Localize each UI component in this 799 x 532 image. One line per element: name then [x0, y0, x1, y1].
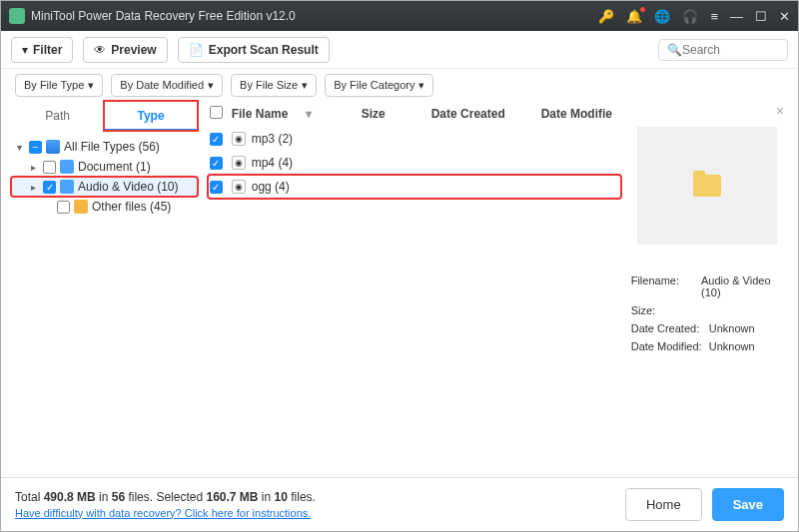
meta-val: Unknown [709, 340, 755, 352]
home-button[interactable]: Home [625, 488, 702, 521]
file-name: mp4 (4) [252, 156, 293, 170]
list-item[interactable]: ✓ ◉ogg (4) [208, 175, 621, 199]
col-size[interactable]: Size [362, 107, 431, 121]
save-button[interactable]: Save [712, 488, 784, 521]
globe-icon[interactable]: 🌐 [654, 9, 670, 24]
file-list: File Name▾ Size Date Created Date Modifi… [198, 101, 621, 471]
column-headers: File Name▾ Size Date Created Date Modifi… [208, 101, 621, 127]
meta-val: Audio & Video (10) [701, 274, 784, 298]
toolbar: ▾Filter 👁Preview 📄Export Scan Result 🔍 [1, 31, 798, 69]
headset-icon[interactable]: 🎧 [682, 9, 698, 24]
app-window: MiniTool Power Data Recovery Free Editio… [0, 0, 799, 532]
window-title: MiniTool Power Data Recovery Free Editio… [31, 9, 598, 23]
tab-path[interactable]: Path [11, 101, 104, 131]
tree-label: Other files (45) [92, 200, 171, 214]
close-panel-icon[interactable]: × [776, 103, 784, 119]
filter-button[interactable]: ▾Filter [11, 37, 73, 63]
meta-key: Filename: [631, 274, 701, 298]
eye-icon: 👁 [94, 43, 106, 57]
col-modified[interactable]: Date Modifie [541, 107, 621, 121]
folder-icon [693, 175, 721, 197]
tree-document[interactable]: ▸ Document (1) [11, 157, 198, 177]
thumbnail [637, 127, 777, 245]
document-icon [60, 160, 74, 174]
tree-audio-video[interactable]: ▸ ✓ Audio & Video (10) [11, 177, 198, 197]
left-panel: Path Type ▾ − All File Types (56) ▸ Docu… [11, 101, 198, 471]
help-link[interactable]: Have difficulty with data recovery? Clic… [15, 507, 311, 519]
file-name: mp3 (2) [252, 132, 293, 146]
list-item[interactable]: ✓ ◉mp3 (2) [208, 127, 621, 151]
tree-other[interactable]: Other files (45) [11, 197, 198, 217]
files-icon [74, 200, 88, 214]
filter-size[interactable]: By File Size▾ [231, 74, 317, 97]
metadata: Filename:Audio & Video (10) Size: Date C… [631, 274, 784, 352]
meta-key: Date Created: [631, 322, 709, 334]
meta-key: Date Modified: [631, 340, 709, 352]
sort-icon[interactable]: ▾ [306, 107, 312, 121]
search-box[interactable]: 🔍 [658, 39, 788, 61]
filetype-icon: ◉ [232, 132, 246, 146]
tree-label: All File Types (56) [64, 140, 160, 154]
bottom-buttons: Home Save [625, 488, 784, 521]
checkbox[interactable] [57, 201, 70, 214]
tree-all[interactable]: ▾ − All File Types (56) [11, 137, 198, 157]
list-item[interactable]: ✓ ◉mp4 (4) [208, 151, 621, 175]
col-filename[interactable]: File Name [232, 107, 289, 121]
app-logo-icon [9, 8, 25, 24]
stats: Total 490.8 MB in 56 files. Selected 160… [15, 489, 316, 521]
checkbox[interactable] [43, 161, 56, 174]
minimize-icon[interactable]: — [730, 9, 743, 24]
meta-key: Size: [631, 304, 709, 316]
search-input[interactable] [682, 43, 772, 57]
col-created[interactable]: Date Created [431, 107, 541, 121]
select-all-checkbox[interactable] [210, 106, 223, 119]
tabs: Path Type [11, 101, 198, 131]
filetype-icon: ◉ [232, 180, 246, 194]
filter-bar: By File Type▾ By Date Modified▾ By File … [1, 69, 798, 101]
checkbox[interactable]: ✓ [210, 133, 223, 146]
bell-icon[interactable]: 🔔 [626, 9, 642, 24]
titlebar: MiniTool Power Data Recovery Free Editio… [1, 1, 798, 31]
menu-icon[interactable]: ≡ [710, 9, 718, 24]
key-icon[interactable]: 🔑 [598, 9, 614, 24]
checkbox[interactable]: ✓ [210, 157, 223, 170]
filetype-icon: ◉ [232, 156, 246, 170]
filter-type[interactable]: By File Type▾ [15, 74, 103, 97]
chevron-down-icon: ▾ [418, 79, 424, 92]
tree-label: Document (1) [78, 160, 151, 174]
maximize-icon[interactable]: ☐ [755, 9, 767, 24]
close-icon[interactable]: ✕ [779, 9, 790, 24]
chevron-right-icon: ▸ [27, 182, 39, 193]
monitor-icon [46, 140, 60, 154]
media-icon [60, 180, 74, 194]
file-name: ogg (4) [252, 180, 290, 194]
export-icon: 📄 [189, 43, 204, 57]
tree: ▾ − All File Types (56) ▸ Document (1) ▸… [11, 131, 198, 217]
filter-icon: ▾ [22, 43, 28, 57]
filter-category[interactable]: By File Category▾ [325, 74, 433, 97]
bottom-bar: Total 490.8 MB in 56 files. Selected 160… [1, 477, 798, 531]
checkbox[interactable]: ✓ [210, 181, 223, 194]
checkbox[interactable]: − [29, 141, 42, 154]
detail-panel: × Filename:Audio & Video (10) Size: Date… [621, 101, 788, 471]
search-icon: 🔍 [667, 43, 682, 57]
chevron-down-icon: ▾ [88, 79, 94, 92]
export-button[interactable]: 📄Export Scan Result [178, 37, 330, 63]
checkbox[interactable]: ✓ [43, 181, 56, 194]
chevron-right-icon: ▸ [27, 162, 39, 173]
tree-label: Audio & Video (10) [78, 180, 179, 194]
chevron-down-icon: ▾ [208, 79, 214, 92]
preview-button[interactable]: 👁Preview [83, 37, 167, 63]
meta-val: Unknown [709, 322, 755, 334]
titlebar-controls: 🔑 🔔 🌐 🎧 ≡ — ☐ ✕ [598, 9, 790, 24]
chevron-down-icon: ▾ [13, 142, 25, 153]
tab-type[interactable]: Type [104, 101, 197, 131]
filter-date[interactable]: By Date Modified▾ [111, 74, 223, 97]
main-area: Path Type ▾ − All File Types (56) ▸ Docu… [1, 101, 798, 477]
chevron-down-icon: ▾ [302, 79, 308, 92]
